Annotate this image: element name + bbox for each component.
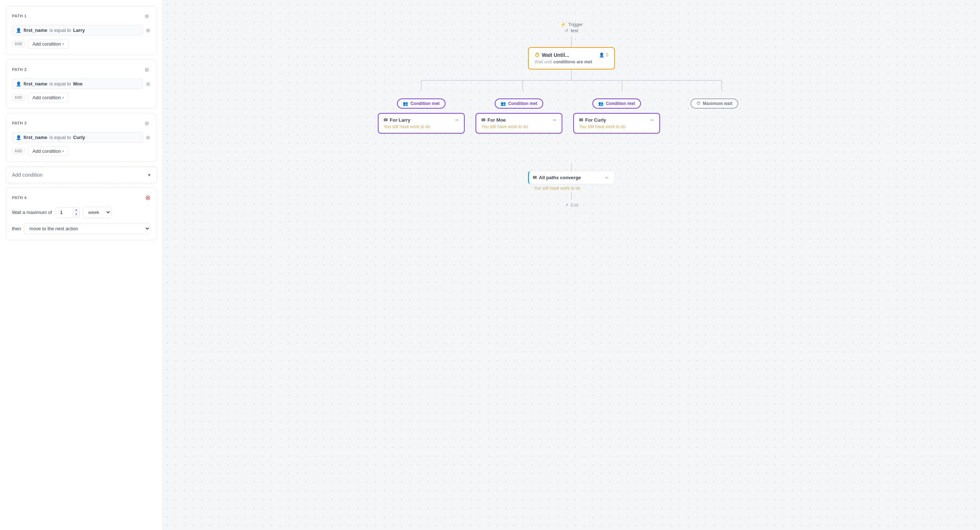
path4-title: PATH 4 xyxy=(12,196,27,200)
path1-add-condition-label: Add condition xyxy=(33,41,61,47)
path2-add-condition-button[interactable]: Add condition ▾ xyxy=(28,93,69,102)
stepper-down-button[interactable]: ▼ xyxy=(73,213,80,217)
action-card-moe-title: ✉ For Moe xyxy=(481,117,506,123)
path2-and-row: AND Add condition ▾ xyxy=(12,93,151,102)
condition-met-icon-curly: 👥 xyxy=(598,101,604,106)
exit-node: ↗ Exit xyxy=(565,202,579,208)
then-action-select[interactable]: move to the next action xyxy=(24,223,151,234)
path2-close-button[interactable]: ⊗ xyxy=(143,65,151,73)
branch-column-larry: 👥 Condition met ✉ For Larry ✏ You still … xyxy=(372,91,470,134)
action-card-curly-title: ✉ For Curly xyxy=(579,117,606,123)
add-condition-standalone[interactable]: Add condition ▾ xyxy=(6,167,157,183)
timer-icon: ⏱ xyxy=(535,52,539,58)
timer-icon-max: ⏱ xyxy=(696,101,701,106)
wait-number-input-wrap: ▲ ▼ xyxy=(55,207,80,218)
canvas: ⚡ Trigger ↺ test ⏱ Wait Until... 👤 0 xyxy=(163,0,980,530)
then-label: then xyxy=(12,226,21,231)
trigger-node: ⚡ Trigger ↺ test xyxy=(560,22,583,33)
path2-remove-condition-button[interactable]: ⊗ xyxy=(146,81,151,87)
trigger-text: Trigger xyxy=(568,22,583,27)
wait-node-subtitle-bold: conditions are met xyxy=(553,59,592,64)
path2-and-badge: AND xyxy=(12,94,25,101)
branch-connector-svg xyxy=(372,70,770,91)
path3-and-row: AND Add condition ▾ xyxy=(12,146,151,156)
wait-node-title-text: Wait Until... xyxy=(542,52,569,58)
close-red-circle-icon: ⊗ xyxy=(145,194,151,202)
wait-node-count: 👤 0 xyxy=(599,53,608,57)
wait-node-title: ⏱ Wait Until... xyxy=(535,52,569,58)
edit-icon-moe: ✏ xyxy=(553,118,557,123)
canvas-content: ⚡ Trigger ↺ test ⏱ Wait Until... 👤 0 xyxy=(358,0,785,229)
chevron-down-icon-2: ▾ xyxy=(62,95,64,100)
action-card-curly-subtitle: You still have work to do xyxy=(579,124,654,129)
wait-until-node[interactable]: ⏱ Wait Until... 👤 0 Wait until condition… xyxy=(528,47,615,70)
condition-met-icon-larry: 👥 xyxy=(403,101,408,106)
path-card-3: PATH 3 ⊗ 👤 first_name is equal to Curly … xyxy=(6,113,157,162)
action-card-larry-subtitle: You still have work to do xyxy=(383,124,459,129)
add-condition-standalone-label: Add condition xyxy=(12,172,43,178)
path3-and-badge: AND xyxy=(12,148,25,154)
condition-met-label-moe: Condition met xyxy=(508,101,538,106)
path3-condition-pill: 👤 first_name is equal to Curly xyxy=(12,132,143,143)
wait-node-header: ⏱ Wait Until... 👤 0 xyxy=(535,52,608,58)
path1-add-condition-button[interactable]: Add condition ▾ xyxy=(28,39,69,49)
path2-field-name: first_name xyxy=(24,81,48,86)
path2-operator: is equal to xyxy=(49,81,71,86)
path3-operator: is equal to xyxy=(49,135,71,140)
action-card-moe-header: ✉ For Moe ✏ xyxy=(481,117,557,123)
path1-close-button[interactable]: ⊗ xyxy=(143,12,151,20)
path3-condition-row: 👤 first_name is equal to Curly ⊗ xyxy=(12,132,151,143)
action-card-curly[interactable]: ✉ For Curly ✏ You still have work to do xyxy=(573,113,660,134)
condition-met-badge-larry: 👥 Condition met xyxy=(397,99,445,108)
trigger-sub-label: test xyxy=(571,28,578,33)
exit-label: Exit xyxy=(571,202,579,208)
path1-field-name: first_name xyxy=(24,27,48,33)
action-card-curly-header: ✉ For Curly ✏ xyxy=(579,117,654,123)
path3-remove-condition-button[interactable]: ⊗ xyxy=(146,134,151,141)
wait-unit-select[interactable]: hour day week month xyxy=(83,207,111,218)
converge-title: ✉ All paths converge xyxy=(533,175,581,180)
person-field-icon-2: 👤 xyxy=(16,81,21,86)
chevron-down-icon-3: ▾ xyxy=(62,149,64,153)
wait-row: Wait a maximum of ▲ ▼ hour day week mont… xyxy=(12,207,151,218)
branch-column-maxwait: ⏱ Maximum wait xyxy=(665,91,763,113)
connector-line-1 xyxy=(571,36,572,47)
converge-title-text: All paths converge xyxy=(539,175,581,180)
path3-field-name: first_name xyxy=(24,135,48,140)
condition-met-badge-curly: 👥 Condition met xyxy=(592,99,641,108)
max-wait-badge: ⏱ Maximum wait xyxy=(690,99,738,108)
path-card-4: PATH 4 ⊗ Wait a maximum of ▲ ▼ hour day xyxy=(6,188,157,240)
person-count-icon: 👤 xyxy=(599,53,605,57)
path3-add-condition-label: Add condition xyxy=(33,148,61,154)
path2-condition-row: 👤 first_name is equal to Moe ⊗ xyxy=(12,78,151,89)
stepper-buttons: ▲ ▼ xyxy=(73,208,80,217)
exit-icon: ↗ xyxy=(565,202,568,208)
refresh-icon: ↺ xyxy=(565,28,568,33)
email-icon-curly: ✉ xyxy=(579,117,583,123)
path2-title: PATH 2 xyxy=(12,67,27,72)
path-card-2: PATH 2 ⊗ 👤 first_name is equal to Moe ⊗ … xyxy=(6,59,157,108)
edit-icon-curly: ✏ xyxy=(651,118,654,123)
wait-node-subtitle: Wait until conditions are met xyxy=(535,59,608,64)
action-card-larry[interactable]: ✉ For Larry ✏ You still have work to do xyxy=(378,113,465,134)
action-card-moe[interactable]: ✉ For Moe ✏ You still have work to do xyxy=(476,113,562,134)
branches-wrapper: 👥 Condition met ✉ For Larry ✏ You still … xyxy=(372,70,770,91)
connector-line-converge xyxy=(571,164,572,171)
path4-close-button[interactable]: ⊗ xyxy=(145,194,151,202)
converge-section: ✉ All paths converge ✏ You still have wo… xyxy=(528,164,615,208)
action-card-larry-title: ✉ For Larry xyxy=(383,117,410,123)
wait-number-input[interactable] xyxy=(56,207,73,217)
path3-close-button[interactable]: ⊗ xyxy=(143,119,151,127)
path1-remove-condition-button[interactable]: ⊗ xyxy=(146,27,151,33)
converge-subtitle: You still have work to do xyxy=(528,186,581,191)
stepper-up-button[interactable]: ▲ xyxy=(73,208,80,213)
max-wait-label: Maximum wait xyxy=(703,101,732,106)
path3-add-condition-button[interactable]: Add condition ▾ xyxy=(28,146,69,156)
path2-condition-pill: 👤 first_name is equal to Moe xyxy=(12,78,143,89)
converge-card[interactable]: ✉ All paths converge ✏ xyxy=(528,171,615,184)
action-card-larry-header: ✉ For Larry ✏ xyxy=(383,117,459,123)
path4-content: Wait a maximum of ▲ ▼ hour day week mont… xyxy=(12,207,151,234)
lightning-icon: ⚡ xyxy=(560,22,566,27)
connector-line-exit xyxy=(571,192,572,199)
email-icon-moe: ✉ xyxy=(481,117,485,123)
